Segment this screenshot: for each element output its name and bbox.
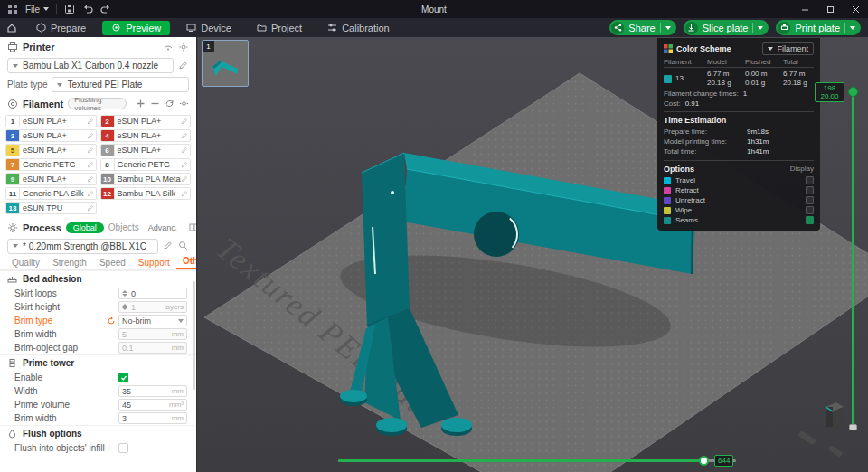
layer-number: 198 (816, 84, 844, 92)
tab-calibration[interactable]: Calibration (318, 21, 399, 35)
brim-type-select[interactable]: No-brim (118, 315, 187, 326)
filament-item[interactable]: 8Generic PETG (100, 158, 192, 171)
add-filament-icon[interactable] (136, 99, 146, 109)
retract-display-checkbox[interactable] (806, 186, 814, 194)
filament-item[interactable]: 9eSUN PLA+ (5, 173, 97, 185)
skirt-loops-input[interactable]: 0 (118, 288, 187, 299)
edit-filament-icon[interactable] (87, 190, 94, 197)
sync-filament-icon[interactable] (165, 99, 175, 109)
share-dropdown-icon[interactable] (665, 26, 671, 30)
edit-preset-icon[interactable] (163, 241, 174, 251)
tab-project[interactable]: Project (248, 21, 311, 35)
tab-prepare[interactable]: Prepare (27, 21, 95, 35)
filament-item[interactable]: 4eSUN PLA+ (100, 129, 192, 142)
share-button[interactable]: Share (609, 20, 675, 35)
reset-value-icon[interactable] (107, 316, 116, 326)
edit-filament-icon[interactable] (181, 161, 188, 168)
slice-plate-button[interactable]: Slice plate (684, 20, 769, 35)
flush-options-header[interactable]: Flush options (0, 425, 196, 441)
edit-filament-icon[interactable] (87, 118, 94, 125)
undo-icon[interactable] (82, 4, 93, 14)
remove-filament-icon[interactable] (150, 99, 160, 109)
move-slider[interactable]: 644 (338, 455, 747, 466)
layer-slider[interactable] (847, 87, 858, 430)
stepper-arrows-icon[interactable] (122, 290, 127, 297)
filament-item[interactable]: 3eSUN PLA+ (5, 129, 97, 142)
edit-filament-icon[interactable] (87, 161, 94, 168)
filament-item[interactable]: 5eSUN PLA+ (5, 144, 97, 156)
process-objects-toggle[interactable]: Objects (108, 222, 139, 232)
edit-filament-icon[interactable] (181, 190, 188, 197)
layer-slider-track[interactable] (852, 92, 854, 425)
print-plate-button[interactable]: Print plate (776, 20, 861, 35)
compare-presets-icon[interactable] (189, 222, 197, 233)
process-global-toggle[interactable]: Global (66, 222, 104, 233)
layer-slider-bottom-handle[interactable] (849, 424, 857, 430)
brim-width-input[interactable]: 5 mm (118, 328, 187, 340)
printer-select[interactable]: Bambu Lab X1 Carbon 0.4 nozzle (7, 58, 174, 73)
edit-filament-icon[interactable] (87, 132, 94, 139)
filament-item[interactable]: 12Bambu PLA Silk (100, 187, 192, 200)
tab-device[interactable]: Device (177, 21, 241, 35)
filament-item[interactable]: 10Bambu PLA Metal (100, 173, 192, 185)
filament-item[interactable]: 7Generic PETG (5, 158, 97, 171)
printer-setting-icon[interactable] (178, 42, 189, 52)
filament-item[interactable]: 1eSUN PLA+ (5, 115, 97, 127)
bed-adhesion-header[interactable]: Bed adhesion (0, 270, 196, 287)
redo-icon[interactable] (100, 4, 111, 14)
prime-brim-width-input[interactable]: 3 mm (118, 412, 187, 424)
tab-preview[interactable]: Preview (102, 21, 170, 35)
filament-settings-icon[interactable] (179, 99, 189, 109)
file-menu[interactable]: File (25, 5, 49, 14)
color-scheme-select[interactable]: Filament (762, 42, 814, 55)
edit-filament-icon[interactable] (87, 175, 94, 183)
tab-quality[interactable]: Quality (5, 258, 46, 269)
flush-infill-checkbox[interactable] (118, 443, 128, 453)
tab-speed[interactable]: Speed (93, 258, 132, 269)
maximize-button[interactable] (817, 0, 843, 18)
tab-others[interactable]: Others (176, 256, 197, 269)
move-slider-handle[interactable] (699, 456, 709, 466)
layer-slider-top-handle[interactable] (848, 87, 858, 97)
close-button[interactable] (843, 0, 868, 18)
edit-filament-icon[interactable] (181, 146, 188, 154)
tab-strength[interactable]: Strength (46, 258, 93, 269)
3d-viewport[interactable]: Textured PEI Plate (198, 37, 868, 472)
slice-dropdown-icon[interactable] (758, 26, 763, 30)
prime-width-input[interactable]: 35 mm (118, 385, 187, 397)
unretract-display-checkbox[interactable] (806, 196, 814, 204)
brim-object-gap-input[interactable]: 0.1 mm (118, 342, 187, 354)
search-icon[interactable] (178, 241, 189, 251)
filament-item[interactable]: 13eSUN TPU (5, 202, 97, 214)
seams-display-checkbox[interactable] (806, 216, 814, 224)
sidebar-scrollbar[interactable] (193, 281, 195, 390)
edit-filament-icon[interactable] (87, 204, 94, 212)
process-preset-select[interactable]: * 0.20mm Strength @BBL X1C (7, 239, 158, 254)
tab-support[interactable]: Support (132, 258, 176, 269)
plate-type-select[interactable]: Textured PEI Plate (52, 77, 189, 92)
skirt-height-input[interactable]: 1 layers (118, 301, 187, 313)
filament-item[interactable]: 2eSUN PLA+ (100, 115, 192, 127)
prime-volume-input[interactable]: 45 mm³ (118, 399, 187, 411)
flushing-volumes-button[interactable]: Flushing volumes (68, 98, 127, 109)
filament-item[interactable]: 11Generic PLA Silk (5, 187, 97, 200)
edit-filament-icon[interactable] (87, 146, 94, 154)
edit-printer-icon[interactable] (178, 61, 189, 71)
print-dropdown-icon[interactable] (850, 26, 855, 30)
prime-enable-checkbox[interactable] (118, 373, 128, 382)
save-icon[interactable] (64, 4, 75, 14)
filament-item[interactable]: 6eSUN PLA+ (100, 144, 192, 156)
table-cell-flushed: 0.00 m 0.01 g (745, 68, 783, 88)
edit-filament-icon[interactable] (181, 132, 188, 139)
filament-color-badge: 1 (6, 116, 20, 127)
plate-thumbnail[interactable]: 1 (202, 40, 249, 87)
edit-filament-icon[interactable] (181, 175, 188, 183)
wipe-display-checkbox[interactable] (806, 206, 814, 214)
edit-filament-icon[interactable] (181, 118, 188, 125)
travel-display-checkbox[interactable] (806, 176, 814, 184)
minimize-button[interactable] (792, 0, 817, 18)
filament-color-badge: 9 (6, 174, 20, 184)
home-icon[interactable] (0, 23, 24, 33)
printer-connect-icon[interactable] (163, 42, 174, 52)
prime-tower-header[interactable]: Prime tower (0, 354, 196, 371)
